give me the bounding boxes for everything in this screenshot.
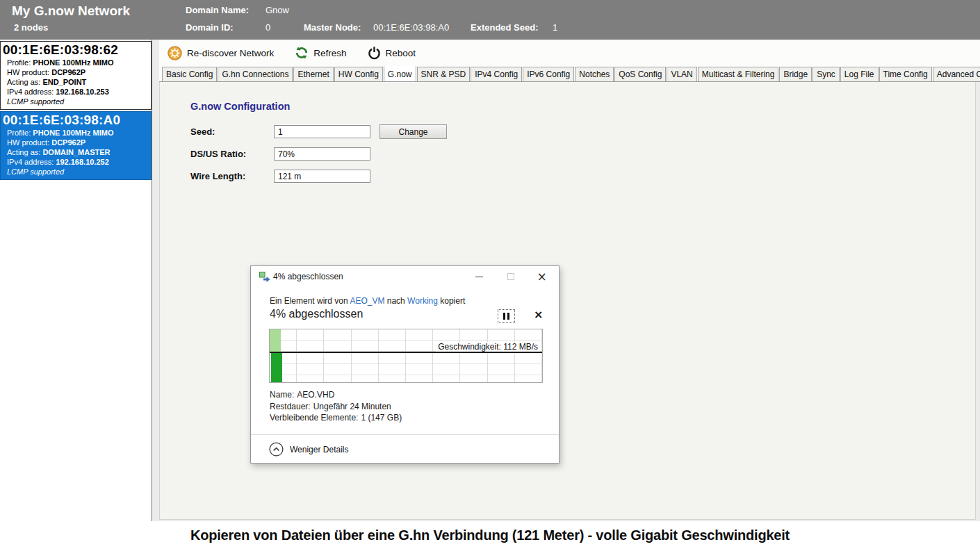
tab-snr-psd[interactable]: SNR & PSD — [417, 67, 471, 81]
refresh-label: Refresh — [313, 48, 346, 58]
remaining-time-row: Restdauer:Ungefähr 24 Minuten — [270, 401, 402, 413]
power-icon — [368, 46, 381, 60]
progress-percent-text: 4% abgeschlossen — [270, 308, 363, 320]
tab-time-config[interactable]: Time Config — [879, 67, 932, 81]
maximize-icon — [507, 273, 514, 280]
refresh-button[interactable]: Refresh — [293, 44, 348, 61]
source-folder-link[interactable]: AEO_VM — [350, 296, 384, 306]
node-mac: 00:1E:6E:03:98:62 — [3, 42, 148, 58]
tab-ipv6-config[interactable]: IPv6 Config — [523, 67, 574, 81]
reboot-button[interactable]: Reboot — [366, 44, 418, 61]
master-node-label: Master Node: — [304, 22, 361, 33]
gear-icon — [168, 46, 182, 60]
tab-qos-config[interactable]: QoS Config — [614, 67, 666, 81]
tab-notches[interactable]: Notches — [575, 67, 614, 81]
file-name-row: Name:AEO.VHD — [270, 389, 402, 401]
tab-bridge[interactable]: Bridge — [779, 67, 812, 81]
seed-label: Seed: — [190, 126, 215, 137]
network-title: My G.now Network — [12, 3, 130, 19]
dialog-footer: Weniger Details — [251, 434, 559, 463]
node-profile: Profile: PHONE 100MHz MIMO — [3, 128, 148, 138]
node-profile: Profile: PHONE 100MHz MIMO — [3, 58, 148, 67]
tab-basic-config[interactable]: Basic Config — [162, 67, 217, 81]
tab-vlan[interactable]: VLAN — [667, 67, 696, 81]
toolbar: Re-discover Network Refresh — [159, 40, 980, 66]
pause-button[interactable] — [498, 309, 515, 323]
chevron-up-circle-icon — [269, 442, 284, 457]
copy-description: Ein Element wird von AEO_VM nach Working… — [270, 296, 465, 306]
dialog-titlebar[interactable]: 4% abgeschlossen × — [251, 266, 559, 287]
refresh-icon — [295, 46, 309, 60]
copy-progress-dialog: 4% abgeschlossen × Ein Element wird von … — [250, 265, 560, 464]
domain-name-value: Gnow — [266, 5, 289, 15]
node-ipv4: IPv4 address: 192.168.10.252 — [3, 157, 148, 167]
node-mac: 00:1E:6E:03:98:A0 — [3, 113, 148, 128]
speed-history-track — [270, 353, 542, 382]
node-acting-as: Acting as: END_POINT — [3, 77, 148, 87]
speed-label: Geschwindigkeit: 112 MB/s — [436, 342, 540, 352]
tab-gnow[interactable]: G.now — [384, 66, 416, 82]
node-lcmp-note: LCMP supported — [3, 167, 148, 176]
extended-seed-value: 1 — [553, 22, 557, 33]
tab-ghn-connections[interactable]: G.hn Connections — [218, 67, 293, 81]
fewer-details-button[interactable]: Weniger Details — [269, 442, 348, 457]
caption-text: Kopieren von Dateien über eine G.hn Verb… — [0, 521, 980, 549]
change-seed-button[interactable]: Change — [379, 124, 447, 139]
window-controls: × — [464, 266, 557, 287]
tab-ipv4-config[interactable]: IPv4 Config — [471, 67, 522, 81]
cancel-icon[interactable]: × — [534, 308, 543, 321]
node-list: 00:1E:6E:03:98:62 Profile: PHONE 100MHz … — [0, 40, 152, 521]
copy-file-icon — [259, 272, 270, 282]
domain-id-label: Domain ID: — [186, 22, 234, 33]
domain-name-label: Domain Name: — [186, 5, 249, 15]
node-hw-product: HW product: DCP962P — [3, 138, 148, 147]
node-acting-as: Acting as: DOMAIN_MASTER — [3, 147, 148, 157]
node-lcmp-note: LCMP supported — [3, 97, 148, 106]
tab-bar: Basic Config G.hn Connections Ethernet H… — [159, 66, 980, 82]
tab-ethernet[interactable]: Ethernet — [293, 67, 333, 81]
progress-track: Geschwindigkeit: 112 MB/s — [270, 329, 542, 352]
maximize-button[interactable] — [495, 266, 526, 287]
cancel-copy-button: × — [530, 307, 547, 322]
tab-hw-config[interactable]: HW Config — [334, 67, 383, 81]
extended-seed-label: Extended Seed: — [471, 22, 539, 33]
close-icon: × — [537, 271, 546, 283]
progress-bar — [270, 329, 281, 352]
dialog-title: 4% abgeschlossen — [273, 272, 343, 281]
tab-advanced-config[interactable]: Advanced Config — [933, 67, 980, 81]
ds-us-ratio-label: DS/US Ratio: — [190, 149, 246, 159]
reboot-label: Reboot — [386, 48, 416, 58]
app-window: My G.now Network 2 nodes Domain Name: Gn… — [0, 0, 980, 549]
node-card-end-point[interactable]: 00:1E:6E:03:98:62 Profile: PHONE 100MHz … — [0, 41, 152, 110]
rediscover-network-label: Re-discover Network — [187, 48, 274, 58]
rediscover-network-button[interactable]: Re-discover Network — [165, 44, 276, 62]
wire-length-input[interactable] — [274, 170, 370, 183]
speed-bar — [271, 353, 282, 382]
node-card-domain-master[interactable]: 00:1E:6E:03:98:A0 Profile: PHONE 100MHz … — [0, 111, 152, 180]
header: My G.now Network 2 nodes Domain Name: Gn… — [0, 0, 980, 40]
tab-log-file[interactable]: Log File — [840, 67, 879, 81]
speed-graph: Geschwindigkeit: 112 MB/s — [269, 329, 543, 383]
remaining-items-row: Verbleibende Elemente:1 (147 GB) — [270, 412, 402, 424]
fewer-details-label: Weniger Details — [290, 445, 348, 454]
tab-multicast-filtering[interactable]: Multicast & Filtering — [698, 67, 779, 81]
pause-icon — [503, 313, 505, 320]
wire-length-label: Wire Length: — [190, 171, 245, 181]
node-ipv4: IPv4 address: 192.168.10.253 — [3, 87, 148, 97]
seed-input[interactable] — [274, 125, 370, 138]
minimize-button[interactable] — [464, 266, 495, 287]
minimize-icon — [475, 277, 483, 277]
node-count: 2 nodes — [14, 22, 48, 33]
domain-id-value: 0 — [266, 22, 270, 33]
node-hw-product: HW product: DCP962P — [3, 67, 148, 77]
page-title: G.now Configuration — [190, 101, 290, 112]
tab-sync[interactable]: Sync — [812, 67, 840, 81]
close-button[interactable]: × — [526, 266, 557, 287]
copy-details: Name:AEO.VHD Restdauer:Ungefähr 24 Minut… — [270, 389, 402, 424]
ds-us-ratio-input[interactable] — [274, 147, 370, 161]
master-node-value: 00:1E:6E:03:98:A0 — [373, 22, 449, 33]
destination-folder-link[interactable]: Working — [407, 296, 438, 306]
